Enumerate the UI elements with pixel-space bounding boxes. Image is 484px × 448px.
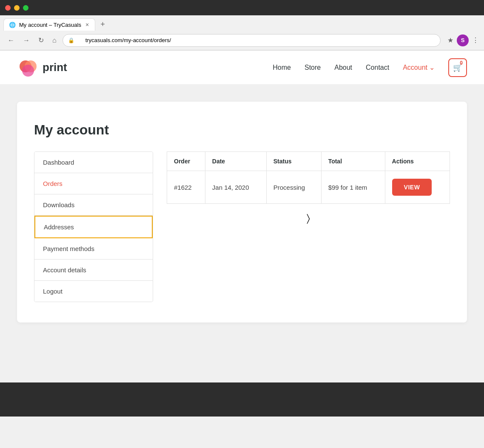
tab-title: My account – TryCasuals	[19, 22, 81, 28]
svg-point-2	[22, 65, 34, 77]
cart-button[interactable]: 🛒 0	[448, 58, 467, 77]
active-tab[interactable]: 🌐 My account – TryCasuals ×	[3, 18, 95, 31]
sidebar-payment-label: Payment methods	[43, 245, 94, 252]
bookmark-button[interactable]: ★	[447, 36, 453, 44]
sidebar-logout-label: Logout	[43, 288, 63, 295]
account-label: Account	[403, 64, 427, 71]
browser-chrome: 🌐 My account – TryCasuals × + ← → ↻ ⌂ 🔒 …	[0, 0, 484, 51]
table-row: #1622 Jan 14, 2020 Processing $99 for 1 …	[167, 171, 450, 204]
lock-icon: 🔒	[68, 37, 74, 43]
sidebar-account-details-label: Account details	[43, 266, 86, 274]
reload-button[interactable]: ↻	[36, 34, 46, 46]
order-status: Processing	[266, 171, 321, 204]
col-date: Date	[205, 152, 266, 171]
chevron-down-icon: ⌄	[429, 63, 435, 71]
order-number: #1622	[167, 171, 205, 204]
maximize-button[interactable]	[23, 5, 28, 11]
cursor-area: 〉	[167, 204, 450, 233]
order-actions: VIEW	[385, 171, 450, 204]
col-status: Status	[266, 152, 321, 171]
address-bar-wrapper: 🔒	[63, 34, 441, 47]
close-button[interactable]	[5, 5, 11, 11]
sidebar-item-payment-methods[interactable]: Payment methods	[34, 238, 153, 260]
view-order-button[interactable]: VIEW	[392, 179, 432, 196]
forward-button[interactable]: →	[20, 35, 32, 46]
sidebar-item-dashboard[interactable]: Dashboard	[34, 152, 153, 173]
account-card: My account Dashboard Orders Downloads Ad…	[17, 102, 467, 322]
minimize-button[interactable]	[14, 5, 20, 11]
col-total: Total	[321, 152, 385, 171]
content-area: My account Dashboard Orders Downloads Ad…	[0, 85, 484, 382]
order-total: $99 for 1 item	[321, 171, 385, 204]
browser-toolbar: ← → ↻ ⌂ 🔒 ★ S ⋮	[0, 31, 484, 50]
sidebar-item-account-details[interactable]: Account details	[34, 260, 153, 281]
order-date: Jan 14, 2020	[205, 171, 266, 204]
menu-button[interactable]: ⋮	[472, 36, 479, 44]
sidebar-item-logout[interactable]: Logout	[34, 281, 153, 302]
pointer-cursor: 〉	[307, 212, 310, 224]
nav-store[interactable]: Store	[305, 64, 321, 71]
sidebar-downloads-label: Downloads	[43, 201, 74, 208]
orders-table: Order Date Status Total Actions #1622 Ja…	[167, 151, 450, 204]
website: print Home Store About Contact Account ⌄…	[0, 51, 484, 417]
table-header-row: Order Date Status Total Actions	[167, 152, 450, 171]
cart-count: 0	[460, 60, 463, 66]
tab-favicon: 🌐	[9, 22, 16, 28]
nav-home[interactable]: Home	[273, 64, 291, 71]
home-button[interactable]: ⌂	[50, 35, 59, 46]
new-tab-button[interactable]: +	[97, 18, 108, 31]
sidebar-item-orders[interactable]: Orders	[34, 173, 153, 194]
col-order: Order	[167, 152, 205, 171]
tabs-bar: 🌐 My account – TryCasuals × +	[0, 15, 484, 31]
account-layout: Dashboard Orders Downloads Addresses Pay…	[34, 151, 450, 302]
logo-area: print	[17, 57, 67, 78]
nav-account[interactable]: Account ⌄	[403, 63, 435, 71]
sidebar-dashboard-label: Dashboard	[43, 159, 74, 166]
back-button[interactable]: ←	[5, 35, 17, 46]
logo-icon	[17, 57, 38, 78]
site-header: print Home Store About Contact Account ⌄…	[0, 51, 484, 85]
url-input[interactable]	[77, 37, 435, 43]
nav-contact[interactable]: Contact	[366, 64, 389, 71]
toolbar-right: ★ S ⋮	[447, 34, 479, 46]
sidebar-addresses-label: Addresses	[44, 223, 74, 231]
sidebar-item-downloads[interactable]: Downloads	[34, 194, 153, 216]
footer-bar	[0, 382, 484, 417]
tab-close-button[interactable]: ×	[85, 21, 90, 28]
site-nav: Home Store About Contact Account ⌄ 🛒 0	[273, 58, 467, 77]
user-avatar[interactable]: S	[457, 34, 469, 46]
orders-area: Order Date Status Total Actions #1622 Ja…	[167, 151, 450, 233]
nav-about[interactable]: About	[334, 64, 352, 71]
page-title: My account	[34, 122, 450, 138]
sidebar-item-addresses[interactable]: Addresses	[34, 216, 153, 238]
sidebar: Dashboard Orders Downloads Addresses Pay…	[34, 151, 153, 302]
sidebar-orders-label: Orders	[43, 180, 63, 187]
titlebar	[0, 0, 484, 15]
logo-text: print	[43, 61, 67, 74]
col-actions: Actions	[385, 152, 450, 171]
